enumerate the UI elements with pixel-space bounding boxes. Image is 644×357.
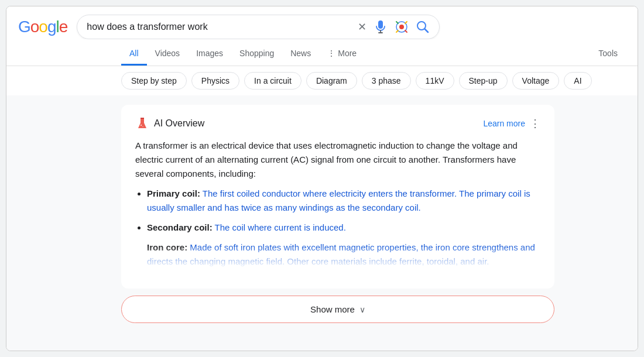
logo-letter-e: e bbox=[59, 18, 68, 36]
header: Google how does a transformer work ✕ bbox=[6, 6, 638, 39]
tools-section: Tools bbox=[590, 43, 638, 66]
search-icon[interactable] bbox=[416, 20, 430, 34]
show-more-button[interactable]: Show more ∨ bbox=[121, 296, 554, 323]
ai-overview-box: AI Overview Learn more ⋮ A transformer i… bbox=[121, 105, 554, 289]
show-more-label: Show more bbox=[310, 304, 355, 314]
search-icons: ✕ bbox=[358, 20, 430, 34]
ai-intro-text: A transformer is an electrical device th… bbox=[135, 139, 540, 181]
show-more-container: Show more ∨ bbox=[121, 296, 554, 323]
chip-step-up[interactable]: Step-up bbox=[459, 72, 508, 90]
definition-secondary-coil: The coil where current is induced. bbox=[215, 222, 346, 232]
logo-letter-o2: o bbox=[39, 18, 47, 36]
ai-overview-header: AI Overview Learn more ⋮ bbox=[135, 116, 540, 131]
search-bar: how does a transformer work ✕ bbox=[77, 15, 440, 39]
nav-tabs: All Videos Images Shopping News ⋮ More T… bbox=[6, 39, 638, 66]
list-item: Primary coil: The first coiled conductor… bbox=[147, 187, 540, 215]
search-input[interactable]: how does a transformer work bbox=[87, 22, 353, 32]
ai-items-list: Primary coil: The first coiled conductor… bbox=[135, 187, 540, 269]
learn-more-link[interactable]: Learn more bbox=[483, 119, 525, 128]
chips-row: Step by step Physics In a circuit Diagra… bbox=[6, 66, 638, 95]
logo-letter-g: G bbox=[18, 18, 30, 36]
chip-3-phase[interactable]: 3 phase bbox=[362, 72, 411, 90]
chip-in-a-circuit[interactable]: In a circuit bbox=[244, 72, 302, 90]
chip-step-by-step[interactable]: Step by step bbox=[121, 72, 187, 90]
chip-11kv[interactable]: 11kV bbox=[416, 72, 454, 90]
logo-letter-o1: o bbox=[30, 18, 39, 36]
mic-icon[interactable] bbox=[374, 20, 388, 34]
tab-more-label: More bbox=[338, 49, 357, 58]
browser-frame: Google how does a transformer work ✕ bbox=[6, 6, 638, 351]
tab-news[interactable]: News bbox=[282, 43, 319, 66]
tab-shopping[interactable]: Shopping bbox=[231, 43, 282, 66]
definition-primary-coil: The first coiled conductor where electri… bbox=[147, 188, 530, 212]
logo-letter-g2: g bbox=[47, 18, 56, 36]
list-item: Secondary coil: The coil where current i… bbox=[147, 221, 540, 235]
svg-point-4 bbox=[142, 126, 143, 128]
lens-icon[interactable] bbox=[395, 20, 409, 34]
content-area: AI Overview Learn more ⋮ A transformer i… bbox=[6, 95, 638, 351]
svg-point-1 bbox=[399, 25, 404, 29]
tab-videos[interactable]: Videos bbox=[147, 43, 189, 66]
more-options-icon[interactable]: ⋮ bbox=[530, 117, 540, 130]
term-secondary-coil: Secondary coil: bbox=[147, 222, 213, 232]
ai-overview-body: A transformer is an electrical device th… bbox=[135, 139, 540, 269]
chip-ai[interactable]: AI bbox=[564, 72, 591, 90]
ai-overview-title: AI Overview bbox=[135, 116, 204, 131]
chip-voltage[interactable]: Voltage bbox=[512, 72, 560, 90]
list-item: Iron core: Made of soft iron plates with… bbox=[147, 241, 540, 269]
ai-overview-actions: Learn more ⋮ bbox=[483, 117, 540, 130]
google-logo: Google bbox=[18, 18, 67, 36]
chevron-down-icon: ∨ bbox=[359, 305, 365, 314]
tab-more[interactable]: ⋮ More bbox=[319, 43, 365, 66]
chip-diagram[interactable]: Diagram bbox=[306, 72, 357, 90]
clear-icon[interactable]: ✕ bbox=[358, 20, 366, 33]
fade-overlay bbox=[147, 245, 540, 269]
tab-images[interactable]: Images bbox=[188, 43, 231, 66]
ai-overview-label: AI Overview bbox=[154, 118, 204, 129]
more-dots-icon: ⋮ bbox=[327, 49, 335, 58]
term-primary-coil: Primary coil: bbox=[147, 188, 200, 198]
chip-physics[interactable]: Physics bbox=[191, 72, 239, 90]
tab-all[interactable]: All bbox=[121, 43, 147, 66]
tab-tools[interactable]: Tools bbox=[590, 43, 626, 66]
svg-point-3 bbox=[141, 125, 142, 126]
ai-flask-icon bbox=[135, 116, 149, 131]
